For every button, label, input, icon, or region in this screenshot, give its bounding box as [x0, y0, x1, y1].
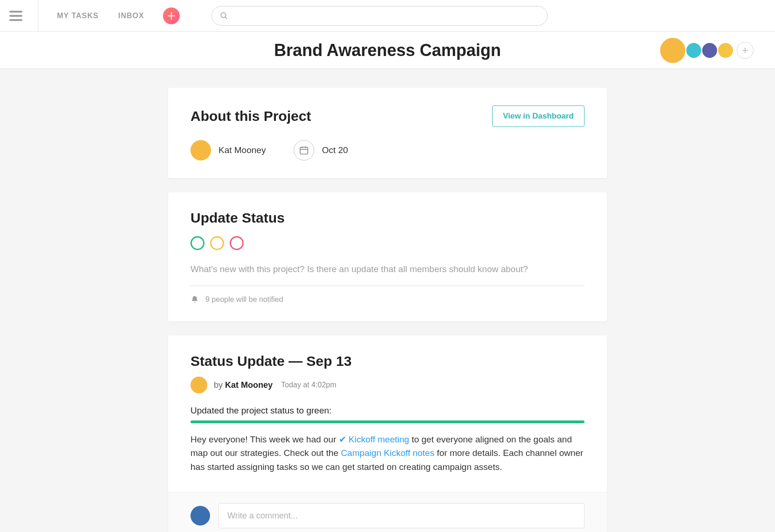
nav-inbox[interactable]: INBOX [113, 12, 150, 20]
status-red[interactable] [230, 236, 244, 250]
add-button[interactable] [163, 7, 180, 24]
project-date-text: Oct 20 [322, 145, 348, 155]
owner-name: Kat Mooney [218, 145, 266, 155]
project-members [659, 37, 754, 64]
avatar[interactable] [701, 42, 718, 59]
search-input[interactable] [211, 6, 548, 26]
update-status-heading: Update Status [190, 210, 585, 226]
avatar[interactable] [717, 42, 734, 59]
plus-icon [168, 12, 175, 20]
check-icon: ✔ [339, 434, 349, 444]
link-kickoff-meeting[interactable]: Kickoff meeting [349, 434, 409, 444]
svg-point-0 [221, 13, 226, 18]
avatar [190, 140, 211, 161]
comment-input[interactable] [218, 503, 585, 528]
calendar-icon [294, 140, 314, 161]
status-circles [190, 236, 585, 250]
status-update-card: Status Update — Sep 13 by Kat Mooney Tod… [168, 336, 607, 532]
nav-my-tasks[interactable]: MY TASKS [51, 12, 104, 20]
project-date[interactable]: Oct 20 [294, 140, 348, 161]
avatar [190, 377, 207, 393]
update-status-card: Update Status 9 people will be notified [168, 192, 607, 322]
svg-line-1 [225, 17, 227, 19]
svg-rect-2 [300, 147, 308, 154]
status-line: Updated the project status to green: [190, 406, 585, 416]
status-green[interactable] [190, 236, 204, 250]
timestamp: Today at 4:02pm [281, 381, 336, 389]
bell-icon [190, 295, 199, 304]
avatar [190, 506, 210, 525]
status-bar-green [190, 420, 585, 423]
project-title: Brand Awareness Campaign [274, 41, 501, 60]
byline-text: by Kat Mooney [214, 380, 273, 390]
status-update-body: Hey everyone! This week we had our ✔ Kic… [190, 433, 585, 474]
project-owner[interactable]: Kat Mooney [190, 140, 266, 161]
add-member-button[interactable] [737, 42, 754, 59]
plus-icon [742, 47, 748, 54]
project-header: Brand Awareness Campaign [0, 32, 775, 69]
notify-row: 9 people will be notified [190, 295, 585, 304]
avatar[interactable] [685, 42, 702, 59]
menu-icon[interactable] [9, 11, 22, 21]
status-update-input[interactable] [190, 264, 585, 274]
about-card: About this Project View in Dashboard Kat… [168, 88, 607, 178]
avatar[interactable] [659, 37, 686, 64]
notify-text: 9 people will be notified [205, 295, 283, 304]
content-area: About this Project View in Dashboard Kat… [0, 69, 775, 532]
nav-divider [38, 0, 38, 32]
search-icon [220, 12, 228, 20]
status-yellow[interactable] [210, 236, 224, 250]
about-heading: About this Project [190, 108, 311, 124]
byline: by Kat Mooney Today at 4:02pm [190, 377, 585, 393]
view-in-dashboard-button[interactable]: View in Dashboard [492, 105, 585, 127]
comment-row [168, 492, 607, 532]
link-campaign-notes[interactable]: Campaign Kickoff notes [341, 448, 434, 458]
search-wrap [211, 6, 548, 26]
status-update-heading: Status Update — Sep 13 [190, 353, 585, 369]
top-nav: MY TASKS INBOX [0, 0, 775, 32]
